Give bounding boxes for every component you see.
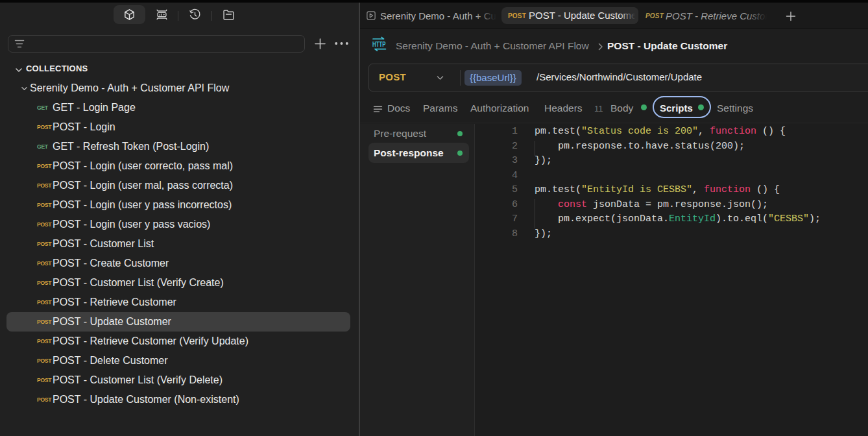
svg-text:HTTP: HTTP bbox=[372, 40, 386, 48]
